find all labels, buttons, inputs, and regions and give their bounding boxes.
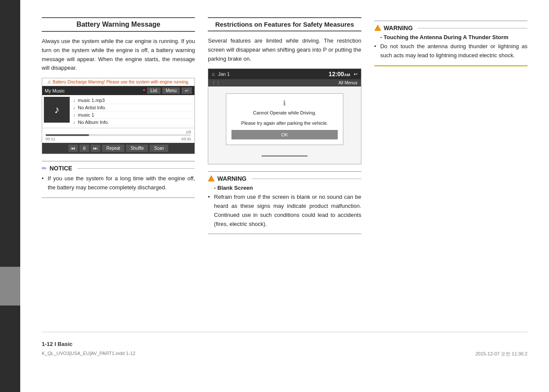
- col3-warning-title: WARNING: [384, 25, 413, 31]
- drive-scroll-indicator: [262, 155, 307, 157]
- album-art: ♪: [44, 97, 70, 123]
- col3-warning-body: Do not touch the antenna during thunder …: [374, 42, 527, 60]
- svg-text:!: !: [377, 27, 378, 31]
- drive-time-value: 12:00: [329, 71, 344, 77]
- modal-line1: Cannot Operate while Driving.: [231, 110, 338, 116]
- main-content: Battery Warning Message Always use the s…: [20, 0, 549, 366]
- screen-title: My Music: [45, 88, 143, 93]
- col3-warning-section: ! WARNING - Touching the Antenna During …: [374, 21, 527, 66]
- warning-triangle-icon: !: [208, 175, 215, 182]
- driving-screen: ⌂ Jan 1 12:00AM ↩ ⋮⋮ All Menus ℹ Cannot …: [208, 68, 361, 164]
- time-elapsed: 00:11: [46, 137, 56, 141]
- controls-bar: ⏮ ⏸ ⏭ Repeat Shuffle Scan: [42, 143, 194, 154]
- notice-item: If you use the system for a long time wi…: [42, 174, 195, 192]
- drive-modal: ℹ Cannot Operate while Driving. Please t…: [226, 93, 344, 145]
- drive-menu-bar: ⋮⋮ All Menus: [208, 79, 361, 86]
- modal-line2: Please try again after parking the vehic…: [231, 120, 338, 127]
- drive-content: ℹ Cannot Operate while Driving. Please t…: [208, 86, 361, 152]
- page-number: 1-12 I Basic: [42, 341, 73, 347]
- drive-ampm: AM: [344, 73, 350, 77]
- play-btn[interactable]: ⏸: [80, 145, 89, 152]
- track-name-3: music 1: [78, 112, 94, 117]
- col3-warning-line: [418, 28, 527, 28]
- screen-warning-text: Battery Discharge Warning! Please use th…: [52, 80, 189, 84]
- col1-body: Always use the system while the car engi…: [42, 37, 195, 73]
- col-battery-warning: Battery Warning Message Always use the s…: [42, 17, 195, 332]
- col3-warning-header: ! WARNING: [374, 25, 527, 31]
- track-list-area: ♪ ♪ music 1.mp3 ♪ No Artist Info. ♪ musi: [42, 95, 194, 128]
- prev-btn[interactable]: ⏮: [68, 145, 78, 152]
- back-btn[interactable]: ↩: [182, 87, 192, 94]
- col2-title: Restrictions on Features for Safety Meas…: [208, 17, 361, 31]
- info-icon: ℹ: [231, 99, 338, 107]
- track-icon-2: ♪: [73, 105, 75, 110]
- screen-btns: ● List Menu ↩: [143, 87, 192, 94]
- side-bars: [0, 0, 20, 392]
- track-item-2: ♪ No Artist Info.: [73, 104, 193, 111]
- next-btn[interactable]: ⏭: [91, 145, 100, 152]
- footer: 1-12 I Basic: [42, 332, 527, 347]
- shuffle-btn[interactable]: Shuffle: [126, 145, 148, 152]
- scan-btn[interactable]: Scan: [150, 145, 168, 152]
- record-indicator: ●: [143, 87, 145, 94]
- progress-page: 1/5: [46, 130, 191, 134]
- notice-header: ✏ NOTICE: [42, 165, 195, 172]
- ok-btn[interactable]: OK: [231, 130, 338, 139]
- drive-menu-label: ⋮⋮: [212, 80, 220, 85]
- menu-btn[interactable]: Menu: [162, 87, 180, 94]
- track-icon-4: ♪: [73, 120, 75, 125]
- col3-warn-subhead: - Touching the Antenna During A Thunder …: [374, 34, 527, 40]
- col2-warning-body: Refrain from use if the screen is blank …: [208, 193, 361, 228]
- track-icon-1: ♪: [73, 98, 75, 103]
- svg-text:!: !: [210, 177, 212, 182]
- col2-body: Several features are limited while drivi…: [208, 37, 361, 63]
- columns: Battery Warning Message Always use the s…: [42, 17, 527, 332]
- col2-warning-item: Refrain from use if the screen is blank …: [208, 193, 361, 228]
- drive-bottom: [208, 155, 361, 164]
- track-icon-3: ♪: [73, 113, 75, 117]
- notice-body: If you use the system for a long time wi…: [42, 174, 195, 192]
- notice-section: ✏ NOTICE If you use the system for a lon…: [42, 161, 195, 198]
- drive-top-bar: ⌂ Jan 1 12:00AM ↩: [208, 69, 361, 79]
- drive-time: 12:00AM: [329, 71, 350, 77]
- col2-warning-header: ! WARNING: [208, 175, 361, 182]
- col2-warning-line: [252, 179, 361, 179]
- col2-warning-title: WARNING: [217, 175, 247, 182]
- bar-dark-bottom: [0, 306, 20, 392]
- notice-line: [77, 168, 195, 169]
- track-name-1: music 1.mp3: [78, 98, 105, 103]
- drive-date: Jan 1: [218, 71, 230, 77]
- back-arrow: ↩: [354, 71, 358, 77]
- track-list-right: ♪ music 1.mp3 ♪ No Artist Info. ♪ music …: [71, 95, 194, 128]
- col3-warning-item: Do not touch the antenna during thunder …: [374, 42, 527, 60]
- track-name-2: No Artist Info.: [78, 105, 106, 110]
- progress-bar-area: 1/5 00:11 03:31: [42, 128, 194, 143]
- progress-track: [46, 134, 191, 136]
- col3-warning-triangle-icon: !: [374, 25, 381, 31]
- col-antenna: ! WARNING - Touching the Antenna During …: [374, 17, 527, 332]
- screen-top-bar: My Music ● List Menu ↩: [42, 86, 194, 95]
- home-icon: ⌂: [212, 71, 215, 77]
- col2-warn-subhead: - Blank Screen: [208, 185, 361, 191]
- track-item-3: ♪ music 1: [73, 111, 193, 119]
- date-info: 2015-12-07 오전 11:36:2: [475, 351, 527, 357]
- notice-pencil-icon: ✏: [42, 165, 47, 172]
- col1-title: Battery Warning Message: [42, 17, 195, 32]
- file-name: K_QL_UVO3[USA_EU]AV_PART1.indd 1-12: [42, 351, 136, 357]
- file-info-bar: K_QL_UVO3[USA_EU]AV_PART1.indd 1-12 2015…: [42, 351, 527, 357]
- notice-title: NOTICE: [49, 165, 72, 172]
- track-item-1: ♪ music 1.mp3: [73, 97, 193, 104]
- progress-times: 00:11 03:31: [46, 137, 191, 141]
- time-total: 03:31: [182, 137, 191, 141]
- track-item-4: ♪ No Album Info.: [73, 119, 193, 126]
- battery-screen-mock: ⚠ Battery Discharge Warning! Please use …: [42, 78, 195, 154]
- bar-mid: [0, 267, 20, 306]
- list-btn[interactable]: List: [147, 87, 161, 94]
- col-restrictions: Restrictions on Features for Safety Meas…: [208, 17, 361, 332]
- warn-icon-small: ⚠: [47, 80, 51, 84]
- repeat-btn[interactable]: Repeat: [102, 145, 124, 152]
- progress-fill: [46, 134, 89, 136]
- screen-warning-bar: ⚠ Battery Discharge Warning! Please use …: [42, 78, 194, 86]
- track-name-4: No Album Info.: [78, 120, 109, 125]
- drive-menu-text: All Menus: [339, 80, 358, 85]
